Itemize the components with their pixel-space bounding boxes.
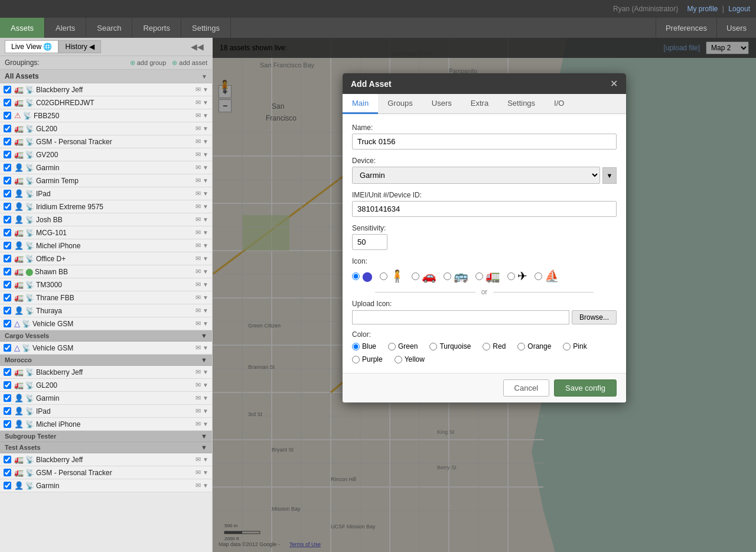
color-radio-orange[interactable] xyxy=(517,343,525,350)
asset-item-vehicle-gsm-1[interactable]: △ 📡 Vehicle GSM ✉ ▼ xyxy=(0,317,212,330)
asset-item-mcg101[interactable]: 🚛 📡 MCG-101 ✉ ▼ xyxy=(0,226,212,239)
browse-btn[interactable]: Browse... xyxy=(572,310,617,324)
subgroup-header-cargo[interactable]: Cargo Vessels ▼ xyxy=(0,330,212,342)
message-icon[interactable]: ✉ xyxy=(195,344,201,352)
asset-checkbox[interactable] xyxy=(4,255,11,262)
device-dropdown-btn[interactable]: ▼ xyxy=(602,167,617,184)
asset-item-officed[interactable]: 🚛 📡 Office D+ ✉ ▼ xyxy=(0,252,212,265)
asset-item-fbb250[interactable]: ⚠ 📡 FBB250 ✉ ▼ xyxy=(0,109,212,122)
message-icon[interactable]: ✉ xyxy=(195,420,201,428)
device-select[interactable]: Garmin Blackberry iPhone Android GSM GL2… xyxy=(352,167,600,184)
asset-checkbox[interactable] xyxy=(4,482,11,489)
expand-icon[interactable]: ▼ xyxy=(203,99,208,106)
message-icon[interactable]: ✉ xyxy=(195,294,201,301)
logout-link[interactable]: Logout xyxy=(728,5,750,13)
asset-item-thrane[interactable]: 🚛 📡 Thrane FBB ✉ ▼ xyxy=(0,291,212,304)
message-icon[interactable]: ✉ xyxy=(195,456,201,463)
asset-checkbox[interactable] xyxy=(4,469,11,476)
color-radio-green[interactable] xyxy=(388,343,396,350)
expand-icon[interactable]: ▼ xyxy=(203,482,208,489)
asset-checkbox[interactable] xyxy=(4,190,11,197)
message-icon[interactable]: ✉ xyxy=(195,229,201,236)
tab-search[interactable]: Search xyxy=(86,18,132,38)
sidebar-collapse-btn[interactable]: ◀◀ xyxy=(187,41,207,53)
expand-icon[interactable]: ▼ xyxy=(203,456,208,463)
asset-checkbox[interactable] xyxy=(4,229,11,236)
message-icon[interactable]: ✉ xyxy=(195,216,201,223)
message-icon[interactable]: ✉ xyxy=(195,268,201,275)
asset-checkbox[interactable] xyxy=(4,99,11,106)
message-icon[interactable]: ✉ xyxy=(195,255,201,262)
asset-item-c02[interactable]: 🚛 📡 C02GDHREDJWT ✉ ▼ xyxy=(0,96,212,109)
asset-item-garmin-temp[interactable]: 🚛 📡 Garmin Temp ✉ ▼ xyxy=(0,174,212,187)
expand-icon[interactable]: ▼ xyxy=(203,307,208,314)
message-icon[interactable]: ✉ xyxy=(195,320,201,327)
expand-icon[interactable]: ▼ xyxy=(203,112,208,119)
asset-item-michel-morocco[interactable]: 👤 📡 Michel iPhone ✉ ▼ xyxy=(0,418,212,431)
tab-preferences[interactable]: Preferences xyxy=(656,18,716,38)
dialog-tab-io[interactable]: I/O xyxy=(545,94,573,114)
message-icon[interactable]: ✉ xyxy=(195,151,201,158)
asset-item-gsm-test[interactable]: 🚛 📡 GSM - Personal Tracker ✉ ▼ xyxy=(0,466,212,479)
expand-icon[interactable]: ▼ xyxy=(203,382,208,388)
expand-icon[interactable]: ▼ xyxy=(203,255,208,262)
expand-icon[interactable]: ▼ xyxy=(203,395,208,401)
icon-radio-bus[interactable] xyxy=(444,272,451,280)
icon-radio-car[interactable] xyxy=(412,272,419,280)
expand-icon[interactable]: ▼ xyxy=(203,229,208,236)
expand-icon[interactable]: ▼ xyxy=(203,369,208,375)
expand-icon[interactable]: ▼ xyxy=(203,138,208,145)
asset-item-garmin-morocco[interactable]: 👤 📡 Garmin ✉ ▼ xyxy=(0,392,212,405)
asset-checkbox[interactable] xyxy=(4,203,11,210)
group-header-all-assets[interactable]: All Assets ▼ xyxy=(0,70,212,83)
color-radio-pink[interactable] xyxy=(563,343,571,350)
add-asset-btn[interactable]: ⊕ add asset xyxy=(172,59,207,67)
subgroup-header-morocco[interactable]: Morocco ▼ xyxy=(0,355,212,366)
icon-radio-person[interactable] xyxy=(380,272,387,280)
tab-alerts[interactable]: Alerts xyxy=(45,18,86,38)
expand-icon[interactable]: ▼ xyxy=(203,203,208,210)
tab-assets[interactable]: Assets xyxy=(0,18,45,38)
expand-icon[interactable]: ▼ xyxy=(203,281,208,288)
asset-item-michel[interactable]: 👤 📡 Michel iPhone ✉ ▼ xyxy=(0,239,212,252)
myprofile-link[interactable]: My profile xyxy=(687,5,718,13)
asset-item-blackberry-test[interactable]: 🚛 📡 Blackberry Jeff ✉ ▼ xyxy=(0,453,212,466)
asset-checkbox[interactable] xyxy=(4,456,11,463)
subgroup-header-test[interactable]: Test Assets ▼ xyxy=(0,442,212,453)
expand-icon[interactable]: ▼ xyxy=(203,190,208,197)
map-area[interactable]: San Francisco Bay Gashouse Cove Pampanit… xyxy=(213,38,756,552)
tab-reports[interactable]: Reports xyxy=(132,18,181,38)
icon-radio-boat[interactable] xyxy=(535,272,542,280)
subgroup-header-tester[interactable]: Subgroup Tester ▼ xyxy=(0,431,212,442)
dialog-close-btn[interactable]: ✕ xyxy=(610,78,618,89)
expand-icon[interactable]: ▼ xyxy=(203,469,208,476)
asset-item-iridium[interactable]: 👤 📡 Iridium Extreme 9575 ✉ ▼ xyxy=(0,200,212,213)
tab-settings[interactable]: Settings xyxy=(181,18,231,38)
expand-icon[interactable]: ▼ xyxy=(203,345,208,351)
sensitivity-input[interactable] xyxy=(352,234,387,250)
color-radio-red[interactable] xyxy=(483,343,490,350)
message-icon[interactable]: ✉ xyxy=(195,203,201,210)
expand-icon[interactable]: ▼ xyxy=(203,177,208,184)
cancel-button[interactable]: Cancel xyxy=(503,379,549,397)
asset-item-vehicle-gsm-2[interactable]: △ 📡 Vehicle GSM ✉ ▼ xyxy=(0,342,212,355)
asset-item-garmin[interactable]: 👤 📡 Garmin ✉ ▼ xyxy=(0,161,212,174)
expand-icon[interactable]: ▼ xyxy=(203,125,208,132)
asset-checkbox[interactable] xyxy=(4,394,11,402)
liveview-tab[interactable]: Live View 🌐 xyxy=(5,40,58,53)
asset-checkbox[interactable] xyxy=(4,268,11,275)
message-icon[interactable]: ✉ xyxy=(195,112,201,119)
asset-checkbox[interactable] xyxy=(4,164,11,171)
asset-item-gl200[interactable]: 🚛 📡 GL200 ✉ ▼ xyxy=(0,122,212,135)
asset-item-ipad[interactable]: 👤 📡 IPad ✉ ▼ xyxy=(0,187,212,200)
expand-icon[interactable]: ▼ xyxy=(203,151,208,158)
icon-radio-dot[interactable] xyxy=(352,272,360,280)
upload-file-input[interactable] xyxy=(352,310,569,324)
add-group-btn[interactable]: ⊕ add group xyxy=(130,59,167,67)
asset-checkbox[interactable] xyxy=(4,125,11,132)
dialog-tab-users[interactable]: Users xyxy=(422,94,461,114)
tab-users[interactable]: Users xyxy=(716,18,756,38)
expand-icon[interactable]: ▼ xyxy=(203,421,208,427)
asset-checkbox[interactable] xyxy=(4,86,11,93)
expand-icon[interactable]: ▼ xyxy=(203,294,208,301)
